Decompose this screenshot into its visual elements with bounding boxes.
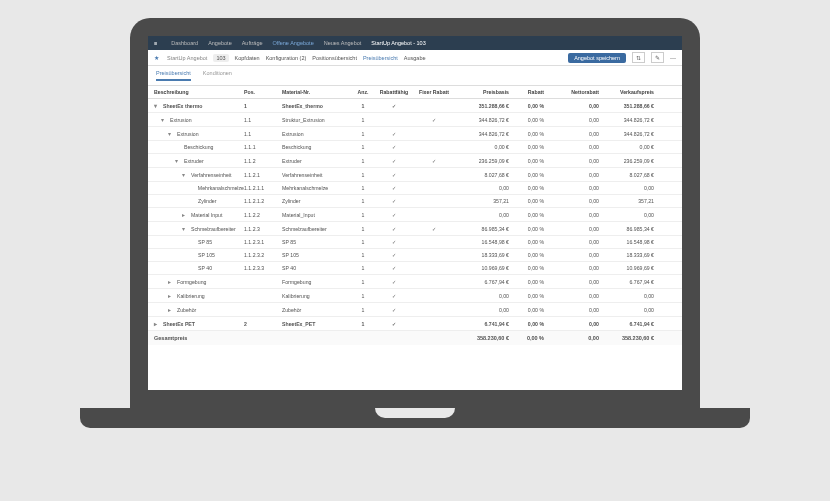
tree-toggle-icon[interactable]: ▸ — [154, 320, 161, 327]
cell-mat: SP 105 — [282, 252, 352, 258]
tool-icon-1[interactable]: ⇅ — [632, 52, 645, 63]
nav-neues[interactable]: Neues Angebot — [324, 40, 362, 46]
cell-pb: 0,00 € — [454, 144, 509, 150]
menu-icon[interactable]: ≡ — [154, 40, 157, 46]
tree-toggle-icon[interactable]: ▾ — [182, 225, 189, 232]
table-row[interactable]: ▸KalibrierungKalibrierung1✓0,000,00 %0,0… — [148, 289, 682, 303]
subnav-position[interactable]: Positionsübersicht — [312, 55, 357, 61]
table-row[interactable]: Beschickung1.1.1Beschickung1✓0,00 €0,00 … — [148, 141, 682, 154]
table-row[interactable]: SP 851.1.2.3.1SP 851✓16.548,98 €0,00 %0,… — [148, 236, 682, 249]
cell-desc: Beschickung — [184, 144, 213, 150]
cell-mat: Struktur_Extrusion — [282, 117, 352, 123]
table-row[interactable]: ▾Extrusion1.1Struktur_Extrusion1✓344.826… — [148, 113, 682, 127]
tree-toggle-icon[interactable]: ▾ — [154, 102, 161, 109]
cell-rabatt: ✓ — [374, 172, 414, 178]
tree-toggle-icon[interactable]: ▾ — [168, 130, 175, 137]
tool-icon-2[interactable]: ✎ — [651, 52, 664, 63]
tree-toggle-icon[interactable]: ▸ — [182, 211, 189, 218]
cell-r2: 0,00 — [544, 158, 599, 164]
table-row[interactable]: SP 1051.1.2.3.2SP 1051✓18.333,69 €0,00 %… — [148, 249, 682, 262]
table-row[interactable]: SP 401.1.2.3.3SP 401✓10.969,69 €0,00 %0,… — [148, 262, 682, 275]
cell-vp: 86.985,34 € — [599, 226, 654, 232]
table-row[interactable]: ▾Schmelzaufbereiter1.1.2.3Schmelzaufbere… — [148, 222, 682, 236]
tree-toggle-icon[interactable]: ▸ — [168, 306, 175, 313]
table-row[interactable]: ▸SheetEx PET2SheetEx_PET1✓6.741,94 €0,00… — [148, 317, 682, 331]
tab-konditionen[interactable]: Konditionen — [203, 70, 232, 81]
cell-r2: 0,00 — [544, 144, 599, 150]
tree-toggle-icon[interactable]: ▾ — [182, 171, 189, 178]
cell-mat: Mehrkanalschmelze — [282, 185, 352, 191]
cell-r2: 0,00 — [544, 321, 599, 327]
cell-r1: 0,00 % — [509, 212, 544, 218]
price-table: Beschreibung Pos. Material-Nr. Anz. Raba… — [148, 86, 682, 345]
cell-rabatt: ✓ — [374, 252, 414, 258]
th-mat[interactable]: Material-Nr. — [282, 89, 352, 95]
th-pos[interactable]: Pos. — [244, 89, 282, 95]
cell-mat: Extrusion — [282, 131, 352, 137]
cell-vp: 18.333,69 € — [599, 252, 654, 258]
cell-pb: 10.969,69 € — [454, 265, 509, 271]
nav-offene[interactable]: Offene Angebote — [273, 40, 314, 46]
tree-toggle-icon[interactable]: ▸ — [168, 278, 175, 285]
cell-vp: 6.767,94 € — [599, 279, 654, 285]
cell-rabatt: ✓ — [374, 131, 414, 137]
cell-desc: Kalibrierung — [177, 293, 205, 299]
th-vp[interactable]: Verkaufspreis — [599, 89, 654, 95]
table-row[interactable]: ▾Verfahrenseinheit1.1.2.1Verfahrenseinhe… — [148, 168, 682, 182]
cell-r1: 0,00 % — [509, 307, 544, 313]
th-desc[interactable]: Beschreibung — [154, 89, 244, 95]
table-row[interactable]: Zylinder1.1.2.1.2Zylinder1✓357,210,00 %0… — [148, 195, 682, 208]
cell-r2: 0,00 — [544, 198, 599, 204]
cell-desc: Zylinder — [198, 198, 216, 204]
table-row[interactable]: ▾Extruder1.1.2Extruder1✓✓236.259,09 €0,0… — [148, 154, 682, 168]
table-row[interactable]: ▸Material Input1.1.2.2Material_Input1✓0,… — [148, 208, 682, 222]
cell-rabatt: ✓ — [374, 239, 414, 245]
cell-pb: 351.288,66 € — [454, 103, 509, 109]
table-row[interactable]: ▸ZubehörZubehör1✓0,000,00 %0,000,00 — [148, 303, 682, 317]
laptop-notch — [375, 408, 455, 418]
nav-current[interactable]: StartUp Angebot - 103 — [371, 40, 425, 46]
cell-rabatt: ✓ — [374, 226, 414, 232]
cell-pos: 1.1.2 — [244, 158, 282, 164]
more-icon[interactable]: ⋯ — [670, 55, 676, 61]
table-row[interactable]: ▸FormgebungFormgebung1✓6.767,94 €0,00 %0… — [148, 275, 682, 289]
cell-pb: 357,21 — [454, 198, 509, 204]
cell-r2: 0,00 — [544, 226, 599, 232]
save-button[interactable]: Angebot speichern — [568, 53, 626, 63]
th-anz[interactable]: Anz. — [352, 89, 374, 95]
cell-r2: 0,00 — [544, 131, 599, 137]
nav-dashboard[interactable]: Dashboard — [171, 40, 198, 46]
th-r2[interactable]: Nettorabatt — [544, 89, 599, 95]
subnav-preis[interactable]: Preisübersicht — [363, 55, 398, 61]
tab-preisuebersicht[interactable]: Preisübersicht — [156, 70, 191, 81]
nav-angebote[interactable]: Angebote — [208, 40, 232, 46]
table-row[interactable]: ▾Extrusion1.1Extrusion1✓344.826,72 €0,00… — [148, 127, 682, 141]
th-pb[interactable]: Preisbasis — [454, 89, 509, 95]
table-row[interactable]: Mehrkanalschmelze1.1.2.1.1Mehrkanalschme… — [148, 182, 682, 195]
th-fix[interactable]: Fixer Rabatt — [414, 89, 454, 95]
nav-auftraege[interactable]: Aufträge — [242, 40, 263, 46]
cell-r1: 0,00 % — [509, 131, 544, 137]
tree-toggle-icon[interactable]: ▾ — [175, 157, 182, 164]
th-r1[interactable]: Rabatt — [509, 89, 544, 95]
tree-toggle-icon[interactable]: ▸ — [168, 292, 175, 299]
table-row[interactable]: ▾SheetEx thermo1SheetEx_thermo1✓351.288,… — [148, 99, 682, 113]
cell-pb: 344.826,72 € — [454, 117, 509, 123]
cell-mat: Beschickung — [282, 144, 352, 150]
page-title: StartUp Angebot — [167, 55, 207, 61]
cell-rabatt: ✓ — [374, 185, 414, 191]
star-icon[interactable]: ★ — [154, 55, 159, 61]
subnav-ausgabe[interactable]: Ausgabe — [404, 55, 426, 61]
table-header: Beschreibung Pos. Material-Nr. Anz. Raba… — [148, 86, 682, 99]
subnav-kopfdaten[interactable]: Kopfdaten — [235, 55, 260, 61]
cell-pb: 0,00 — [454, 293, 509, 299]
cell-desc: Mehrkanalschmelze — [198, 185, 244, 191]
tree-toggle-icon[interactable]: ▾ — [161, 116, 168, 123]
cell-desc: Material Input — [191, 212, 222, 218]
cell-r1: 0,00 % — [509, 321, 544, 327]
subnav-konfig[interactable]: Konfiguration (2) — [266, 55, 307, 61]
cell-mat: SheetEx_PET — [282, 321, 352, 327]
cell-pb: 8.027,68 € — [454, 172, 509, 178]
th-rab[interactable]: Rabattfähig — [374, 89, 414, 95]
cell-anz: 1 — [352, 198, 374, 204]
